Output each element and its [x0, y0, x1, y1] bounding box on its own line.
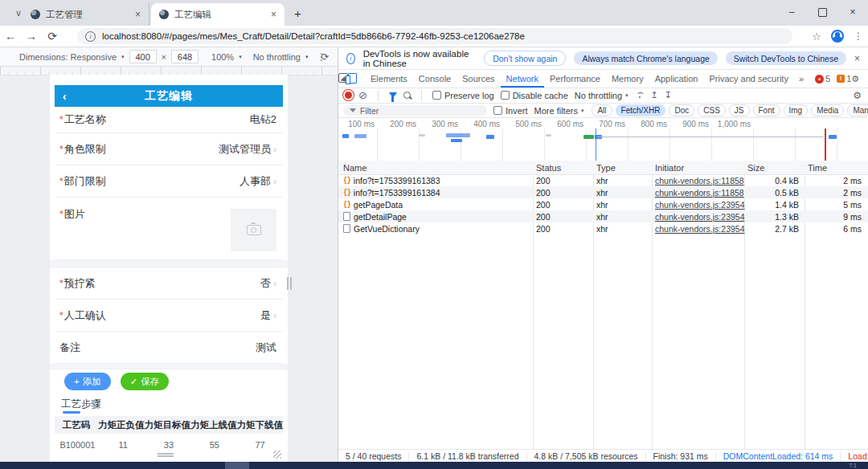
- import-har-icon[interactable]: ↥: [651, 90, 658, 100]
- form-row-role-limit[interactable]: *角色限制 测试管理员›: [55, 133, 283, 165]
- column-header-name[interactable]: Name: [343, 163, 366, 173]
- viewport-resize-handle-right[interactable]: [287, 277, 292, 290]
- network-filter-bar: Invert More filters ▾ All Fetch/XHR Doc …: [338, 104, 868, 118]
- tab-sources[interactable]: Sources: [457, 70, 500, 88]
- chip-img[interactable]: Img: [784, 104, 809, 116]
- request-row[interactable]: getDetailPage 200 xhr chunk-vendors.js:2…: [338, 210, 868, 222]
- bookmark-star-icon[interactable]: ☆: [812, 31, 821, 43]
- chip-css[interactable]: CSS: [698, 104, 726, 116]
- chip-js[interactable]: JS: [729, 104, 750, 116]
- form-row-remark[interactable]: 备注 测试: [55, 332, 283, 364]
- device-toolbar-toggle-icon[interactable]: [348, 73, 357, 85]
- chip-font[interactable]: Font: [753, 104, 780, 116]
- record-network-log-icon[interactable]: [345, 92, 352, 99]
- minimize-button[interactable]: –: [776, 0, 807, 24]
- column-header-type[interactable]: Type: [596, 163, 616, 173]
- tab-close-icon[interactable]: ×: [271, 9, 276, 20]
- request-row[interactable]: {}getPageData 200 xhr chunk-vendors.js:2…: [338, 198, 868, 210]
- zoom-select[interactable]: 100%: [211, 52, 234, 62]
- network-overview-timeline[interactable]: 100 ms 200 ms 300 ms 400 ms 500 ms 600 m…: [338, 118, 868, 161]
- preserve-log-checkbox[interactable]: Preserve log: [432, 91, 494, 100]
- tab-favicon: [159, 10, 169, 19]
- device-toolbar-menu-icon[interactable]: ⋮: [317, 51, 326, 63]
- timeline-load-span: [597, 137, 824, 137]
- switch-to-chinese-button[interactable]: Switch DevTools to Chinese: [726, 51, 846, 65]
- new-tab-button[interactable]: +: [294, 6, 301, 20]
- search-icon[interactable]: [403, 92, 411, 99]
- chip-all[interactable]: All: [592, 104, 612, 116]
- timeline-tick: 100 ms: [348, 120, 375, 128]
- viewport-height-input[interactable]: [171, 50, 199, 63]
- initiator-link[interactable]: chunk-vendors.js:23954: [655, 212, 745, 222]
- profile-avatar[interactable]: [831, 30, 844, 43]
- browser-tab-craft-management[interactable]: 工艺管理 ×: [23, 3, 149, 26]
- invert-checkbox[interactable]: Invert: [493, 106, 528, 116]
- tab-close-icon[interactable]: ×: [135, 9, 141, 20]
- forward-button[interactable]: →: [21, 30, 42, 43]
- chip-manifest[interactable]: Manifest: [847, 104, 868, 116]
- chip-fetch-xhr[interactable]: Fetch/XHR: [616, 104, 666, 116]
- site-info-icon[interactable]: i: [85, 31, 96, 42]
- form-row-manual-confirm[interactable]: *人工确认 是›: [55, 300, 283, 332]
- form-row-pretighten[interactable]: *预拧紧 否›: [55, 267, 283, 300]
- taskbar-clock: 7:1: [849, 463, 857, 468]
- request-row[interactable]: GetVueDictionary 200 xhr chunk-vendors.j…: [338, 222, 868, 234]
- throttling-select[interactable]: No throttling: [253, 52, 301, 62]
- infobar-close-icon[interactable]: ×: [854, 53, 860, 64]
- tab-network[interactable]: Network: [501, 70, 544, 88]
- tab-performance[interactable]: Performance: [544, 70, 606, 88]
- add-button[interactable]: +添加: [64, 373, 111, 390]
- viewport-width-input[interactable]: [129, 50, 157, 63]
- form-row-craft-name[interactable]: *工艺名称 电钻2: [55, 107, 283, 133]
- issues-badge[interactable]: ! 1: [837, 74, 851, 84]
- tab-memory[interactable]: Memory: [606, 70, 649, 88]
- close-button[interactable]: ×: [837, 0, 868, 24]
- maximize-button[interactable]: [807, 0, 837, 24]
- initiator-link[interactable]: chunk-vendors.js:11858: [655, 176, 744, 186]
- chip-doc[interactable]: Doc: [669, 104, 694, 116]
- network-throttling-select[interactable]: No throttling ▾: [575, 91, 628, 100]
- viewport-resize-handle-corner[interactable]: [273, 451, 281, 459]
- console-errors-badge[interactable]: × 5: [815, 74, 830, 84]
- request-row[interactable]: {}info?t=1753399161384 200 xhr chunk-ven…: [338, 186, 868, 198]
- tab-privacy-security[interactable]: Privacy and security: [703, 70, 793, 88]
- address-bar[interactable]: i localhost:8080/#/pages/mes/Mes_Craft/D…: [77, 28, 792, 44]
- initiator-link[interactable]: chunk-vendors.js:23954: [655, 224, 745, 234]
- dont-show-again-button[interactable]: Don't show again: [484, 51, 566, 66]
- column-header-size[interactable]: Size: [747, 163, 764, 173]
- match-language-button[interactable]: Always match Chrome's language: [574, 51, 717, 65]
- chip-media[interactable]: Media: [811, 104, 844, 116]
- column-header: 力矩正负值: [98, 419, 145, 431]
- initiator-link[interactable]: chunk-vendors.js:11858: [655, 188, 744, 198]
- network-settings-gear-icon[interactable]: ⚙: [853, 90, 862, 101]
- tab-console[interactable]: Console: [413, 70, 457, 88]
- field-label: *预拧紧: [59, 276, 96, 291]
- export-har-icon[interactable]: ↧: [665, 90, 672, 100]
- reload-button[interactable]: ⟳: [42, 30, 63, 43]
- form-row-department-limit[interactable]: *部门限制 人事部›: [55, 165, 283, 198]
- viewport-resize-handle-bottom[interactable]: [158, 453, 174, 457]
- save-button[interactable]: ✓保存: [121, 373, 170, 390]
- camera-icon: [247, 225, 261, 235]
- filter-input[interactable]: [360, 106, 481, 116]
- tab-application[interactable]: Application: [649, 70, 704, 88]
- column-header-time[interactable]: Time: [808, 163, 827, 173]
- request-row[interactable]: {}info?t=1753399161383 200 xhr chunk-ven…: [338, 174, 868, 186]
- back-chevron-icon[interactable]: ‹: [63, 90, 67, 103]
- disable-cache-checkbox[interactable]: Disable cache: [501, 91, 568, 100]
- browser-tab-craft-edit[interactable]: 工艺编辑 ×: [151, 3, 285, 26]
- more-filters-select[interactable]: More filters ▾: [534, 106, 584, 116]
- network-conditions-icon[interactable]: [635, 92, 645, 99]
- settings-gear-icon[interactable]: ⚙: [851, 74, 859, 84]
- back-button[interactable]: ←: [0, 30, 21, 43]
- browser-menu-icon[interactable]: ⋮: [854, 31, 863, 42]
- clear-network-log-icon[interactable]: ⊘: [358, 91, 367, 100]
- column-header-status[interactable]: Status: [536, 163, 561, 173]
- image-upload-box[interactable]: [231, 209, 276, 251]
- tab-elements[interactable]: Elements: [365, 70, 413, 88]
- more-tabs-icon[interactable]: »: [794, 74, 809, 84]
- dimensions-select[interactable]: Dimensions: Responsive: [19, 52, 117, 62]
- filter-toggle-icon[interactable]: [389, 92, 397, 98]
- initiator-link[interactable]: chunk-vendors.js:23954: [655, 200, 745, 210]
- column-header-initiator[interactable]: Initiator: [655, 163, 684, 173]
